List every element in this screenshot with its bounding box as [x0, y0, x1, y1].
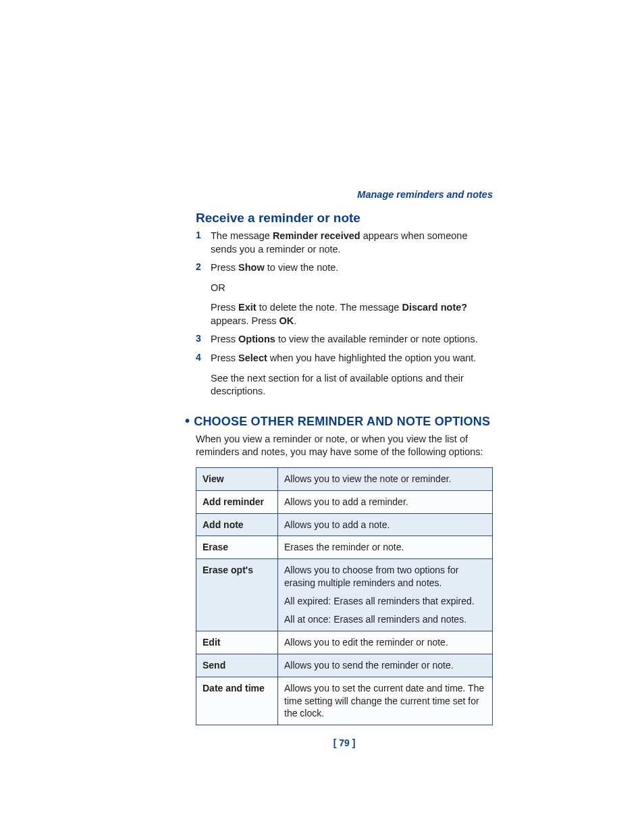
option-name: Add reminder	[196, 490, 278, 513]
option-description: Erases the reminder or note.	[278, 536, 493, 559]
option-name: View	[196, 467, 278, 490]
step-item: 3Press Options to view the available rem…	[196, 333, 493, 346]
table-row: EraseErases the reminder or note.	[196, 536, 493, 559]
option-description: Allows you to add a note.	[278, 513, 493, 536]
option-description-line: Allows you to edit the reminder or note.	[284, 636, 486, 649]
step-item: 4Press Select when you have highlighted …	[196, 352, 493, 398]
option-name: Edit	[196, 631, 278, 654]
table-row: Date and timeAllows you to set the curre…	[196, 677, 493, 725]
step-number: 4	[196, 352, 211, 398]
option-name: Add note	[196, 513, 278, 536]
option-description: Allows you to send the reminder or note.	[278, 654, 493, 677]
option-description-line: Allows you to choose from two options fo…	[284, 564, 486, 590]
step-body: The message Reminder received appears wh…	[211, 230, 493, 256]
page-number: [ 79 ]	[196, 737, 493, 748]
step-line: Press Options to view the available remi…	[211, 333, 493, 346]
option-name: Send	[196, 654, 278, 677]
option-description-line: Allows you to set the current date and t…	[284, 682, 486, 721]
section-title-choose: •CHOOSE OTHER REMINDER AND NOTE OPTIONS	[185, 413, 493, 429]
step-number: 2	[196, 261, 211, 328]
option-description-line: Allows you to send the reminder or note.	[284, 659, 486, 672]
option-name: Erase opt's	[196, 559, 278, 631]
table-row: Add reminderAllows you to add a reminder…	[196, 490, 493, 513]
step-body: Press Select when you have highlighted t…	[211, 352, 493, 398]
table-row: Erase opt'sAllows you to choose from two…	[196, 559, 493, 631]
bullet-icon: •	[185, 413, 190, 428]
option-description: Allows you to edit the reminder or note.	[278, 631, 493, 654]
table-row: ViewAllows you to view the note or remin…	[196, 467, 493, 490]
table-row: SendAllows you to send the reminder or n…	[196, 654, 493, 677]
step-body: Press Options to view the available remi…	[211, 333, 493, 346]
table-row: Add noteAllows you to add a note.	[196, 513, 493, 536]
step-item: 2Press Show to view the note.ORPress Exi…	[196, 261, 493, 328]
step-body: Press Show to view the note.ORPress Exit…	[211, 261, 493, 328]
step-number: 1	[196, 230, 211, 256]
step-line: Press Show to view the note.	[211, 261, 493, 275]
document-page: Manage reminders and notes Receive a rem…	[196, 189, 493, 748]
step-number: 3	[196, 333, 211, 346]
options-table: ViewAllows you to view the note or remin…	[196, 467, 493, 726]
section-title-choose-text: CHOOSE OTHER REMINDER AND NOTE OPTIONS	[194, 415, 490, 428]
option-description-line: Allows you to add a note.	[284, 519, 486, 531]
step-line: Press Select when you have highlighted t…	[211, 352, 493, 365]
step-item: 1The message Reminder received appears w…	[196, 230, 493, 256]
option-description-line: All expired: Erases all reminders that e…	[284, 595, 486, 608]
option-description: Allows you to choose from two options fo…	[278, 559, 493, 631]
table-row: EditAllows you to edit the reminder or n…	[196, 631, 493, 654]
option-description: Allows you to view the note or reminder.	[278, 467, 493, 490]
step-line: OR	[211, 282, 493, 295]
step-line: Press Exit to delete the note. The messa…	[211, 301, 493, 328]
step-line: The message Reminder received appears wh…	[211, 230, 493, 256]
ordered-steps: 1The message Reminder received appears w…	[196, 230, 493, 398]
option-description: Allows you to add a reminder.	[278, 490, 493, 513]
option-description-line: Allows you to view the note or reminder.	[284, 473, 486, 486]
option-description-line: Allows you to add a reminder.	[284, 496, 486, 509]
section-title-receive: Receive a reminder or note	[196, 211, 493, 226]
option-description-line: All at once: Erases all reminders and no…	[284, 613, 486, 626]
option-name: Date and time	[196, 677, 278, 725]
option-name: Erase	[196, 536, 278, 559]
option-description-line: Erases the reminder or note.	[284, 541, 486, 554]
section-intro: When you view a reminder or note, or whe…	[196, 433, 493, 459]
step-line: See the next section for a list of avail…	[211, 372, 493, 398]
option-description: Allows you to set the current date and t…	[278, 677, 493, 725]
page-header-label: Manage reminders and notes	[196, 189, 493, 200]
